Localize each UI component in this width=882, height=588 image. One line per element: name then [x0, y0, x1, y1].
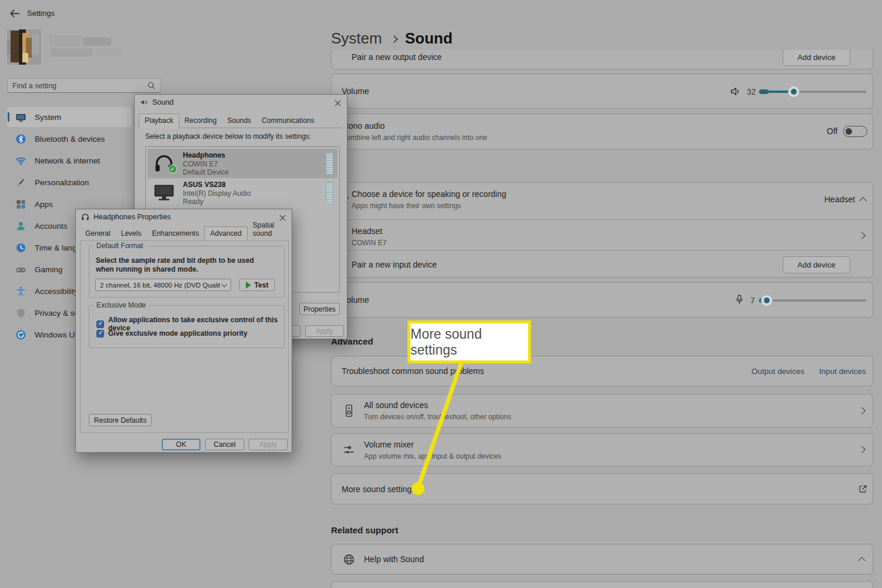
breadcrumb-system[interactable]: System [331, 29, 382, 48]
back-arrow-icon [10, 9, 20, 18]
add-output-device-button[interactable]: Add device [783, 50, 850, 66]
cancel-button[interactable]: Cancel [205, 439, 244, 450]
speaker-icon[interactable] [730, 85, 742, 98]
tab-spatial-sound[interactable]: Spatial sound [248, 219, 288, 240]
input-volume-card: Volume 7 [331, 282, 873, 318]
default-format-description: Select the sample rate and bit depth to … [96, 256, 272, 274]
pair-output-card: Pair a new output device Add device [331, 50, 873, 69]
sound-dialog-titlebar[interactable]: Sound [135, 95, 347, 110]
volume-mixer-subtitle: App volume mix, app input & output devic… [364, 452, 501, 460]
slider-thumb[interactable] [788, 86, 800, 98]
help-with-sound-label: Help with Sound [364, 554, 424, 564]
related-support-header: Related support [331, 525, 398, 535]
properties-dialog-title: Headphones Properties [93, 213, 171, 221]
breadcrumb-chevron-icon [390, 35, 398, 43]
choose-device-title[interactable]: Choose a device for speaking or recordin… [352, 189, 506, 199]
tab-communications[interactable]: Communications [256, 114, 319, 128]
more-sound-settings-card[interactable]: More sound settings [331, 473, 873, 505]
headset-subtitle: COWIN E7 [352, 239, 386, 247]
device-row-headphones[interactable]: ✓ Headphones COWIN E7 Default Device [148, 149, 338, 178]
all-sound-devices-title: All sound devices [364, 400, 428, 410]
globe-icon [343, 553, 355, 566]
accessibility-icon [15, 286, 26, 297]
choose-device-value: Headset [824, 195, 855, 204]
app-title: Settings [27, 9, 55, 18]
brush-icon [15, 177, 26, 188]
test-button[interactable]: Test [239, 279, 275, 291]
app-titlebar: Settings [0, 0, 306, 27]
tab-levels[interactable]: Levels [116, 227, 147, 240]
search-box[interactable] [7, 78, 161, 93]
settings-content: Pair a new output device Add device Volu… [318, 50, 882, 588]
apps-icon [15, 199, 26, 210]
properties-button[interactable]: Properties [299, 303, 340, 315]
sound-dialog-tabs: Playback Recording Sounds Communications [139, 115, 343, 128]
close-icon[interactable] [333, 98, 342, 108]
sound-devices-icon [343, 404, 355, 417]
all-sound-devices-card[interactable]: All sound devices Turn devices on/off, t… [331, 394, 873, 427]
tab-playback[interactable]: Playback [139, 113, 179, 128]
pair-input-label: Pair a new input device [352, 260, 437, 269]
chevron-up-icon[interactable] [859, 197, 867, 205]
mono-audio-subtitle: Combine left and right audio channels in… [342, 133, 487, 142]
headset-title: Headset [352, 226, 382, 236]
headphones-dialog-icon [81, 213, 89, 221]
chevron-right-icon[interactable] [858, 232, 866, 239]
exclusive-mode-group: Exclusive Mode Allow applications to tak… [89, 305, 285, 348]
toggle-state-label: Off [827, 126, 837, 136]
tab-recording[interactable]: Recording [179, 114, 222, 128]
exclusive-mode-legend: Exclusive Mode [94, 301, 148, 309]
tab-sounds[interactable]: Sounds [222, 114, 256, 128]
chevron-right-icon[interactable] [858, 407, 866, 415]
help-with-sound-card[interactable]: Help with Sound [331, 544, 873, 574]
volume-mixer-card[interactable]: Volume mixer App volume mix, app input &… [331, 433, 873, 466]
ok-button[interactable]: OK [162, 439, 201, 450]
play-icon [246, 282, 251, 289]
sidebar-item-network-internet[interactable]: Network & internet [7, 151, 132, 171]
mono-audio-title: Mono audio [342, 121, 385, 131]
checkbox-checked-icon[interactable] [96, 320, 104, 328]
output-volume-slider[interactable] [759, 91, 867, 93]
tab-enhancements[interactable]: Enhancements [146, 227, 204, 240]
level-meter [326, 182, 333, 204]
properties-apply-button[interactable]: Apply [249, 439, 288, 450]
slider-thumb[interactable] [761, 295, 773, 306]
add-input-device-button[interactable]: Add device [783, 256, 850, 273]
mono-audio-card: Mono audio Combine left and right audio … [331, 113, 873, 149]
tab-general[interactable]: General [80, 227, 116, 240]
more-sound-settings-label: More sound settings [342, 485, 416, 494]
output-volume-card: Volume 32 [331, 74, 873, 109]
sound-apply-button[interactable]: Apply [305, 325, 344, 337]
chevron-up-icon[interactable] [858, 557, 866, 564]
search-input[interactable] [8, 82, 147, 90]
back-button[interactable] [7, 6, 22, 21]
format-dropdown-value: 2 channel, 16 bit, 48000 Hz (DVD Quality… [100, 282, 220, 289]
pair-output-label: Pair a new output device [352, 52, 442, 62]
exclusive-priority-checkbox-row[interactable]: Give exclusive mode applications priorit… [96, 329, 248, 338]
default-format-legend: Default Format [94, 242, 145, 250]
avatar[interactable] [7, 29, 41, 65]
volume-mixer-title: Volume mixer [364, 440, 414, 449]
output-devices-link[interactable]: Output devices [751, 367, 804, 376]
microphone-icon[interactable] [734, 294, 745, 305]
breadcrumb: System Sound [331, 29, 453, 48]
volume-value: 32 [747, 87, 756, 96]
mono-audio-toggle[interactable] [843, 126, 867, 137]
restore-defaults-button[interactable]: Restore Defaults [89, 414, 152, 426]
sidebar-item-system[interactable]: System [7, 107, 132, 127]
device-row-monitor[interactable]: ASUS VS238 Intel(R) Display Audio Ready [148, 178, 338, 208]
page-title: Sound [405, 29, 453, 48]
callout-box: More sound settings [407, 320, 531, 363]
sidebar-item-bluetooth-devices[interactable]: Bluetooth & devices [7, 129, 132, 149]
selected-indicator [8, 112, 9, 122]
checkbox-checked-icon[interactable] [96, 330, 104, 338]
format-dropdown[interactable]: 2 channel, 16 bit, 48000 Hz (DVD Quality… [95, 279, 231, 291]
default-device-check-icon: ✓ [168, 165, 177, 173]
input-devices-link[interactable]: Input devices [819, 367, 866, 376]
chevron-right-icon[interactable] [858, 446, 866, 453]
partial-card [331, 581, 873, 588]
shield-icon [15, 308, 26, 319]
tab-advanced[interactable]: Advanced [204, 226, 247, 241]
sidebar-item-personalization[interactable]: Personalization [7, 172, 132, 192]
input-volume-slider[interactable] [759, 299, 867, 302]
